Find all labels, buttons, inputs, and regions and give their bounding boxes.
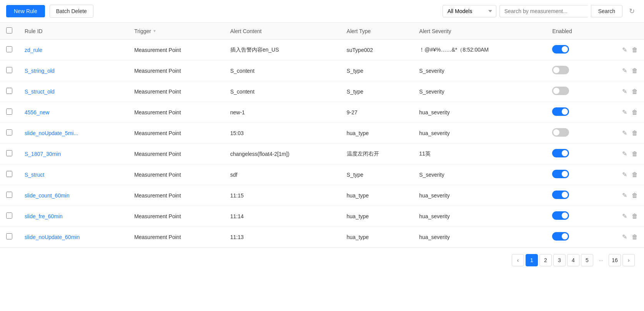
delete-icon-9[interactable]: 🗑 (632, 234, 638, 241)
row-trigger: Measurement Point (128, 144, 224, 164)
row-rule-id: slide_count_60min (18, 185, 128, 206)
row-checkbox-6[interactable] (6, 171, 12, 177)
edit-icon-8[interactable]: ✎ (622, 212, 627, 220)
row-rule-id: S_struct_old (18, 81, 128, 102)
new-rule-button[interactable]: New Rule (6, 5, 45, 17)
delete-icon-8[interactable]: 🗑 (632, 213, 638, 220)
search-input[interactable] (499, 5, 588, 17)
row-alert-content: 11:15 (224, 185, 341, 206)
th-enabled: Enabled (546, 23, 598, 40)
th-checkbox (0, 23, 18, 40)
page-1-button[interactable]: 1 (526, 254, 538, 266)
row-alert-content: S_content (224, 60, 341, 81)
row-enabled (546, 40, 598, 60)
edit-icon-5[interactable]: ✎ (622, 150, 627, 157)
page-2-button[interactable]: 2 (539, 254, 552, 266)
toolbar-right: All Models Search ↻ (443, 5, 638, 17)
row-enabled (546, 206, 598, 227)
row-rule-id: slide_fre_60min (18, 206, 128, 227)
delete-icon-4[interactable]: 🗑 (632, 130, 638, 137)
trigger-sort-icon[interactable]: ▼ (153, 29, 156, 33)
page-3-button[interactable]: 3 (553, 254, 566, 266)
row-checkbox-cell (0, 60, 18, 81)
row-actions: ✎ 🗑 (598, 60, 644, 81)
row-rule-id: slide_noUpdate_5mi... (18, 123, 128, 144)
row-checkbox-1[interactable] (6, 67, 12, 73)
row-rule-id: zd_rule (18, 40, 128, 60)
row-checkbox-3[interactable] (6, 109, 12, 115)
row-enabled (546, 123, 598, 144)
edit-icon-0[interactable]: ✎ (622, 46, 627, 54)
enabled-toggle-8[interactable] (552, 211, 569, 220)
row-alert-severity: S_severity (413, 60, 546, 81)
enabled-toggle-3[interactable] (552, 107, 569, 116)
row-actions: ✎ 🗑 (598, 227, 644, 247)
enabled-toggle-5[interactable] (552, 149, 569, 157)
row-checkbox-cell (0, 206, 18, 227)
delete-icon-0[interactable]: 🗑 (632, 47, 638, 54)
model-select[interactable]: All Models (443, 5, 496, 17)
page-4-button[interactable]: 4 (567, 254, 579, 266)
enabled-toggle-9[interactable] (552, 232, 569, 241)
row-actions: ✎ 🗑 (598, 40, 644, 60)
next-page-button[interactable]: › (622, 254, 635, 266)
delete-icon-6[interactable]: 🗑 (632, 171, 638, 178)
delete-icon-2[interactable]: 🗑 (632, 88, 638, 95)
refresh-icon[interactable]: ↻ (626, 5, 638, 17)
row-checkbox-0[interactable] (6, 46, 12, 52)
row-enabled (546, 185, 598, 206)
row-alert-content: 15:03 (224, 123, 341, 144)
row-trigger: Measurement Point (128, 164, 224, 185)
row-enabled (546, 164, 598, 185)
table-row: slide_noUpdate_5mi... Measurement Point … (0, 123, 644, 144)
page-last-button[interactable]: 16 (609, 254, 621, 266)
row-actions: ✎ 🗑 (598, 102, 644, 123)
row-alert-type: S_type (341, 60, 413, 81)
row-checkbox-9[interactable] (6, 233, 12, 239)
delete-icon-5[interactable]: 🗑 (632, 150, 638, 157)
edit-icon-1[interactable]: ✎ (622, 67, 627, 74)
row-alert-content: 11:13 (224, 227, 341, 247)
edit-icon-4[interactable]: ✎ (622, 129, 627, 137)
edit-icon-2[interactable]: ✎ (622, 88, 627, 95)
enabled-toggle-2[interactable] (552, 87, 569, 95)
edit-icon-7[interactable]: ✎ (622, 192, 627, 199)
row-trigger: Measurement Point (128, 206, 224, 227)
row-trigger: Measurement Point (128, 40, 224, 60)
th-actions (598, 23, 644, 40)
row-actions: ✎ 🗑 (598, 164, 644, 185)
row-alert-content: new-1 (224, 102, 341, 123)
row-checkbox-8[interactable] (6, 212, 12, 219)
table-row: S_struct_old Measurement Point S_content… (0, 81, 644, 102)
delete-icon-3[interactable]: 🗑 (632, 109, 638, 116)
row-checkbox-7[interactable] (6, 192, 12, 198)
row-checkbox-4[interactable] (6, 129, 12, 135)
enabled-toggle-1[interactable] (552, 66, 569, 74)
enabled-toggle-6[interactable] (552, 170, 569, 178)
row-actions: ✎ 🗑 (598, 81, 644, 102)
row-alert-severity: S_severity (413, 81, 546, 102)
enabled-toggle-7[interactable] (552, 191, 569, 199)
enabled-toggle-0[interactable] (552, 45, 569, 54)
page-5-button[interactable]: 5 (581, 254, 593, 266)
delete-icon-1[interactable]: 🗑 (632, 67, 638, 74)
row-checkbox-cell (0, 123, 18, 144)
th-alert-type: Alert Type (341, 23, 413, 40)
edit-icon-6[interactable]: ✎ (622, 171, 627, 178)
search-button[interactable]: Search (591, 5, 622, 17)
delete-icon-7[interactable]: 🗑 (632, 192, 638, 199)
row-actions: ✎ 🗑 (598, 206, 644, 227)
pagination: ‹ 1 2 3 4 5 ··· 16 › (0, 247, 644, 273)
row-alert-type: hua_type (341, 206, 413, 227)
edit-icon-3[interactable]: ✎ (622, 109, 627, 116)
batch-delete-button[interactable]: Batch Delete (50, 5, 93, 18)
prev-page-button[interactable]: ‹ (512, 254, 524, 266)
table-row: S_string_old Measurement Point S_content… (0, 60, 644, 81)
edit-icon-9[interactable]: ✎ (622, 233, 627, 241)
row-alert-type: S_type (341, 81, 413, 102)
row-checkbox-2[interactable] (6, 88, 12, 94)
enabled-toggle-4[interactable] (552, 128, 569, 137)
row-checkbox-cell (0, 164, 18, 185)
row-checkbox-5[interactable] (6, 150, 12, 156)
select-all-checkbox[interactable] (6, 27, 12, 33)
